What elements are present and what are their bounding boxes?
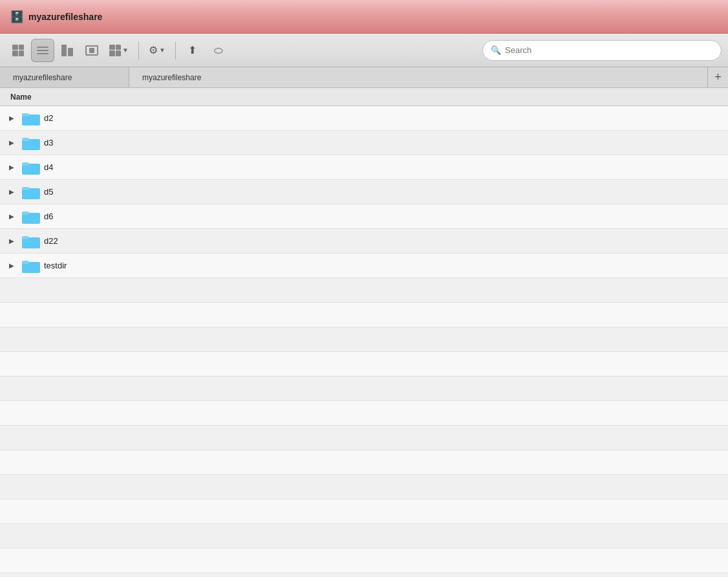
folder-icon	[22, 160, 40, 175]
view-gallery-button[interactable]	[80, 39, 103, 62]
file-name: d6	[44, 212, 53, 221]
folder-icon	[22, 234, 40, 248]
file-name: d3	[44, 138, 53, 147]
empty-row	[0, 549, 728, 573]
folder-icon	[22, 259, 40, 273]
empty-row	[0, 426, 728, 450]
empty-row	[0, 327, 728, 352]
add-tab-button[interactable]: +	[707, 67, 728, 87]
more-grid-icon	[109, 45, 121, 56]
empty-row	[0, 499, 728, 524]
empty-row	[0, 524, 728, 549]
tag-button[interactable]: ⬭	[207, 39, 230, 62]
expand-button[interactable]: ▶	[5, 161, 18, 174]
columns-icon	[61, 45, 73, 56]
empty-row	[0, 303, 728, 327]
expand-button[interactable]: ▶	[5, 235, 18, 248]
empty-row	[0, 450, 728, 475]
view-icon-button[interactable]	[6, 39, 30, 62]
toolbar-separator-2	[175, 41, 176, 60]
folder-icon	[22, 111, 40, 125]
empty-row	[0, 401, 728, 426]
file-list: ▶ d2▶ d3▶ d4▶ d5▶ d6▶ d22▶	[0, 106, 728, 577]
tag-icon: ⬭	[214, 45, 223, 56]
expand-button[interactable]: ▶	[5, 210, 18, 223]
search-input[interactable]	[505, 45, 713, 55]
view-columns-button[interactable]	[56, 39, 79, 62]
list-item[interactable]: ▶ d3	[0, 131, 728, 155]
expand-button[interactable]: ▶	[5, 136, 18, 149]
toolbar-separator-1	[138, 41, 139, 60]
empty-row	[0, 278, 728, 303]
list-icon	[37, 47, 48, 54]
list-item[interactable]: ▶ testdir	[0, 254, 728, 278]
file-name: d4	[44, 162, 53, 172]
svg-rect-3	[22, 138, 29, 141]
gear-icon: ⚙	[149, 44, 158, 56]
folder-icon	[22, 136, 40, 150]
path-bar: myazurefileshare myazurefileshare +	[0, 67, 728, 88]
app-icon: 🗄️	[10, 10, 23, 23]
list-item[interactable]: ▶ d22	[0, 229, 728, 254]
file-name: d5	[44, 187, 53, 197]
list-item[interactable]: ▶ d4	[0, 155, 728, 180]
file-browser-content: Name ▶ d2▶ d3▶ d4▶ d5▶ d6▶ d22▶	[0, 88, 728, 577]
window-title: myazurefileshare	[28, 12, 102, 22]
empty-row	[0, 573, 728, 577]
expand-button[interactable]: ▶	[5, 259, 18, 272]
file-name: d22	[44, 236, 58, 246]
expand-button[interactable]: ▶	[5, 186, 18, 199]
search-bar: 🔍	[482, 40, 722, 61]
share-button[interactable]: ⬆	[181, 39, 204, 62]
list-item[interactable]: ▶ d6	[0, 204, 728, 229]
chevron-down-icon: ▼	[122, 47, 129, 54]
expand-button[interactable]: ▶	[5, 112, 18, 125]
view-options-group: ▼	[6, 39, 133, 62]
svg-rect-1	[22, 113, 29, 116]
file-name: testdir	[44, 261, 67, 270]
svg-rect-11	[22, 236, 29, 239]
column-header-name: Name	[0, 88, 728, 106]
view-more-button[interactable]: ▼	[105, 39, 133, 62]
title-bar: 🗄️ myazurefileshare	[0, 0, 728, 34]
grid-icon	[12, 45, 24, 56]
gallery-icon	[85, 45, 98, 56]
svg-rect-7	[22, 187, 29, 190]
gear-chevron-icon: ▼	[159, 47, 166, 54]
file-name: d2	[44, 113, 53, 123]
share-icon: ⬆	[188, 44, 197, 56]
empty-row	[0, 352, 728, 376]
svg-rect-13	[22, 261, 29, 264]
path-tab-right[interactable]: myazurefileshare	[129, 67, 707, 87]
path-tab-left[interactable]: myazurefileshare	[0, 67, 129, 87]
view-list-button[interactable]	[31, 39, 54, 62]
svg-rect-9	[22, 212, 29, 215]
folder-icon	[22, 185, 40, 199]
folder-icon	[22, 210, 40, 224]
svg-rect-5	[22, 162, 29, 166]
empty-row	[0, 376, 728, 401]
toolbar: ▼ ⚙ ▼ ⬆ ⬭ 🔍	[0, 34, 728, 67]
list-item[interactable]: ▶ d2	[0, 106, 728, 131]
list-item[interactable]: ▶ d5	[0, 180, 728, 204]
empty-row	[0, 475, 728, 499]
search-icon: 🔍	[491, 45, 501, 55]
gear-button[interactable]: ⚙ ▼	[144, 39, 170, 62]
